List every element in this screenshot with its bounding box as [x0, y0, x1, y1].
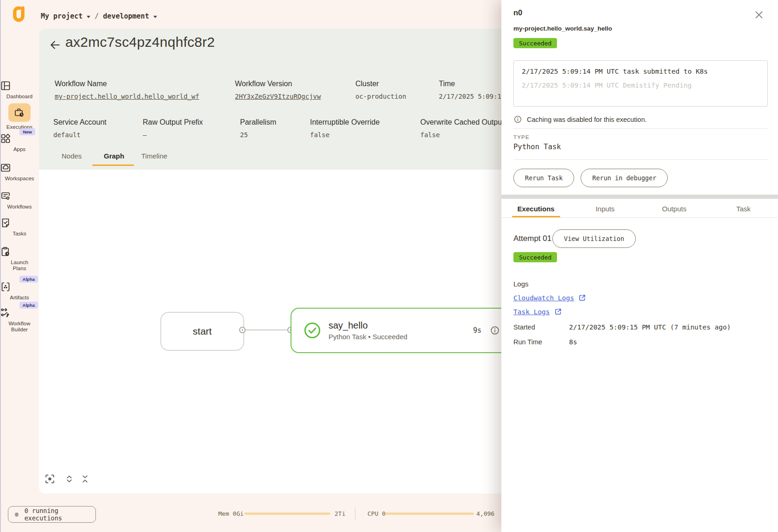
- detail-label: Raw Output Prefix: [143, 118, 203, 127]
- panel-tabs: Executions Inputs Outputs Task: [501, 200, 778, 217]
- sidebar-item-label: Dashboard: [0, 94, 39, 100]
- tab-executions[interactable]: Executions: [501, 200, 570, 217]
- breadcrumb-project[interactable]: My project: [41, 12, 82, 20]
- sidebar-item-launch-plans[interactable]: Launch Plans: [0, 246, 39, 272]
- mem-meter-bar: [244, 513, 330, 515]
- graph-node-start[interactable]: start: [160, 312, 244, 351]
- tab-nodes[interactable]: Nodes: [62, 152, 82, 160]
- meter-divider: [355, 507, 355, 519]
- info-icon[interactable]: [490, 325, 500, 336]
- sidebar-item-label: Workflow Builder: [5, 321, 34, 333]
- running-executions-pill[interactable]: 0 running executions: [8, 506, 96, 523]
- running-executions-label: 0 running executions: [25, 507, 89, 522]
- close-icon[interactable]: [753, 9, 765, 20]
- tab-label: Inputs: [595, 205, 614, 213]
- node-subtitle: Python Task • Succeeded: [329, 333, 407, 341]
- event-log-box: 2/17/2025 5:09:14 PM UTC task submitted …: [513, 60, 768, 107]
- breadcrumb-domain[interactable]: development: [103, 12, 149, 20]
- tab-label: Executions: [518, 205, 555, 213]
- overwrite-cached-outputs-value: false: [420, 131, 440, 139]
- union-logo[interactable]: [9, 6, 28, 25]
- tasks-icon: [0, 217, 39, 228]
- active-tab-underline: [92, 165, 134, 166]
- detail-label: Overwrite Cached Outputs: [420, 118, 508, 127]
- workflow-version-link[interactable]: 2HY3xZeGzV9ItzuRQgcjvw: [235, 93, 321, 100]
- sidebar-item-apps[interactable]: New Apps: [0, 133, 39, 152]
- chevron-down-icon[interactable]: [153, 16, 157, 18]
- graph-edge: [245, 329, 288, 330]
- workflow-builder-icon: [0, 307, 39, 318]
- sidebar-item-label: Artifacts: [0, 295, 39, 301]
- active-item-highlight: [8, 103, 31, 122]
- panel-title: n0: [513, 8, 522, 17]
- sidebar-item-dashboard[interactable]: Dashboard: [0, 80, 39, 100]
- cluster-value: oc-production: [355, 93, 406, 100]
- sidebar-item-label: Launch Plans: [6, 260, 33, 272]
- attempt-status-badge: Succeeded: [513, 252, 557, 262]
- sidebar-item-tasks[interactable]: Tasks: [0, 217, 39, 237]
- tab-label: Task: [736, 205, 751, 213]
- alpha-badge: Alpha: [19, 302, 38, 309]
- page-title: ax2mc7sc4pz4nqhfc8r2: [65, 34, 215, 50]
- sidebar-item-artifacts[interactable]: Alpha Artifacts: [0, 281, 39, 301]
- link-label: Cloudwatch Logs: [513, 294, 574, 302]
- workspaces-icon: [0, 162, 39, 173]
- external-link-icon: [554, 308, 562, 316]
- task-logs-link[interactable]: Task Logs: [513, 308, 562, 316]
- rerun-in-debugger-button[interactable]: Rerun in debugger: [581, 169, 668, 187]
- sidebar-item-workflows[interactable]: Workflows: [0, 190, 39, 210]
- tab-timeline[interactable]: Timeline: [141, 152, 167, 160]
- check-circle-icon: [304, 322, 321, 339]
- divider: [513, 159, 768, 160]
- caching-note: Caching was disabled for this execution.: [513, 115, 647, 124]
- node-duration: 9s: [473, 326, 481, 335]
- logs-heading: Logs: [513, 280, 529, 288]
- tab-graph[interactable]: Graph: [104, 152, 124, 160]
- alpha-badge: Alpha: [19, 276, 38, 283]
- parallelism-value: 25: [240, 131, 248, 139]
- expand-nodes-button[interactable]: [64, 474, 74, 484]
- back-arrow-button[interactable]: [49, 39, 61, 51]
- detail-label: Time: [439, 80, 455, 88]
- detail-label: Service Account: [53, 118, 107, 127]
- new-badge: New: [19, 128, 35, 135]
- sidebar-item-executions[interactable]: Executions: [0, 103, 39, 130]
- rerun-task-button[interactable]: Rerun Task: [513, 169, 574, 187]
- detail-label: Interruptible Override: [310, 118, 380, 127]
- detail-label: Parallelism: [240, 118, 276, 127]
- app-window: My project / development Dashboard: [0, 0, 778, 532]
- detail-label: Workflow Version: [235, 80, 292, 88]
- caching-note-text: Caching was disabled for this execution.: [527, 116, 647, 123]
- workflows-icon: [0, 190, 39, 202]
- detail-label: Cluster: [355, 80, 379, 88]
- mem-meter-label: Mem 0Gi: [218, 510, 244, 517]
- graph-node-say-hello[interactable]: say_hello Python Task • Succeeded 9s: [291, 308, 512, 353]
- workflow-name-link[interactable]: my-project.hello_world.hello_world_wf: [55, 93, 199, 100]
- sidebar: Dashboard Executions New Apps: [0, 34, 39, 497]
- tab-inputs[interactable]: Inputs: [570, 200, 639, 217]
- external-link-icon: [578, 294, 586, 302]
- link-label: Task Logs: [513, 308, 550, 316]
- info-icon: [513, 115, 522, 124]
- collapse-nodes-button[interactable]: [80, 474, 90, 484]
- started-value: 2/17/2025 5:09:15 PM UTC (7 minutes ago): [569, 323, 731, 331]
- run-time-value: 8s: [569, 338, 577, 346]
- divider: [501, 217, 778, 218]
- sidebar-item-workspaces[interactable]: Workspaces: [0, 162, 39, 182]
- launch-plans-icon: [0, 246, 39, 257]
- view-utilization-button[interactable]: View Utilization: [552, 229, 636, 248]
- mem-meter-max: 2Ti: [335, 510, 345, 517]
- panel-scroll-divider[interactable]: [501, 195, 778, 199]
- recenter-graph-button[interactable]: [44, 473, 56, 485]
- event-log-line: 2/17/2025 5:09:14 PM UTC Demistify Pendi…: [522, 82, 759, 89]
- event-log-line: 2/17/2025 5:09:14 PM UTC task submitted …: [522, 68, 759, 75]
- action-buttons: Rerun Task Rerun in debugger: [513, 169, 668, 187]
- chevron-down-icon[interactable]: [87, 16, 90, 18]
- cpu-meter-bar: [385, 513, 474, 515]
- sidebar-item-workflow-builder[interactable]: Alpha Workflow Builder: [0, 307, 39, 333]
- divider: [513, 128, 768, 129]
- tab-outputs[interactable]: Outputs: [640, 200, 709, 217]
- cloudwatch-logs-link[interactable]: Cloudwatch Logs: [513, 294, 586, 302]
- tab-task[interactable]: Task: [709, 200, 778, 217]
- sidebar-item-label: Workspaces: [0, 176, 39, 182]
